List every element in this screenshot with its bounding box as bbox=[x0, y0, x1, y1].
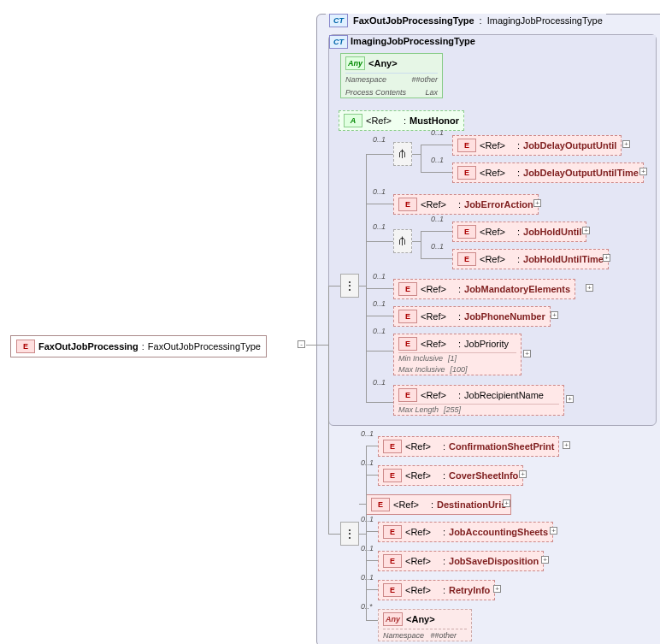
element-icon: E bbox=[371, 498, 390, 511]
ref-label: <Ref> bbox=[405, 556, 431, 566]
min-inclusive-label: Min Inclusive bbox=[398, 354, 443, 363]
elem-jobmandatoryelements[interactable]: E <Ref> : JobMandatoryElements bbox=[393, 279, 575, 299]
expander[interactable]: + bbox=[551, 311, 558, 319]
ct-outer-header: CT FaxOutJobProcessingType : ImagingJobP… bbox=[326, 14, 606, 27]
element-icon: E bbox=[398, 388, 417, 402]
elem-jobphonenumber[interactable]: E <Ref> : JobPhoneNumber bbox=[393, 306, 551, 327]
sequence-icon[interactable]: ⋮ bbox=[340, 274, 359, 298]
expander[interactable]: + bbox=[533, 199, 541, 207]
ref-name: RetryInfo bbox=[449, 585, 490, 595]
root-element[interactable]: E FaxOutJobProcessing : FaxOutJobProcess… bbox=[10, 335, 267, 357]
ref-label: <Ref> bbox=[480, 254, 505, 264]
expander[interactable]: + bbox=[563, 441, 570, 449]
root-expander[interactable]: - bbox=[298, 340, 305, 348]
cardinality: 0..1 bbox=[373, 299, 386, 308]
expander[interactable]: + bbox=[503, 499, 510, 507]
any-label: <Any> bbox=[368, 58, 398, 68]
cardinality: 0..1 bbox=[431, 156, 444, 164]
min-inclusive-value: [1] bbox=[448, 354, 457, 363]
root-type: FaxOutJobProcessingType bbox=[148, 341, 261, 352]
elem-retryinfo[interactable]: E <Ref> : RetryInfo bbox=[378, 580, 495, 600]
cardinality: 0..1 bbox=[361, 429, 374, 438]
element-icon: E bbox=[398, 198, 417, 211]
elem-jobrecipientname[interactable]: E <Ref> : JobRecipientName Max Length [2… bbox=[393, 385, 564, 416]
elem-confirmationsheetprint[interactable]: E <Ref> : ConfirmationSheetPrint bbox=[378, 436, 559, 457]
any-element-bottom[interactable]: Any <Any> Namespace ##other bbox=[378, 609, 472, 641]
expander[interactable]: + bbox=[582, 227, 590, 234]
ref-name: JobHoldUntilTime bbox=[523, 254, 604, 264]
expander[interactable]: + bbox=[586, 284, 593, 292]
expander[interactable]: + bbox=[566, 395, 574, 403]
sequence-icon-lower[interactable]: ⋮ bbox=[340, 522, 359, 546]
cardinality: 0..1 bbox=[431, 242, 444, 251]
cardinality: 0..1 bbox=[361, 544, 374, 552]
element-icon: E bbox=[383, 440, 402, 453]
ref-label: <Ref> bbox=[393, 499, 419, 510]
attr-label: <Ref> bbox=[366, 115, 392, 126]
ref-label: <Ref> bbox=[405, 470, 431, 481]
expander[interactable]: + bbox=[603, 254, 610, 262]
ref-name: JobPhoneNumber bbox=[464, 311, 545, 322]
element-icon: E bbox=[398, 310, 417, 323]
attr-name: MustHonor bbox=[410, 115, 459, 126]
attr-musthonor[interactable]: A <Ref> : MustHonor bbox=[339, 110, 464, 131]
elem-jobpriority[interactable]: E <Ref> : JobPriority Min Inclusive [1] … bbox=[393, 334, 522, 375]
expander[interactable]: + bbox=[493, 585, 501, 593]
process-contents-value: Lax bbox=[425, 88, 438, 97]
elem-jobsavedisposition[interactable]: E <Ref> : JobSaveDisposition bbox=[378, 551, 544, 571]
ref-name: CoverSheetInfo bbox=[449, 470, 518, 481]
choice-icon-1[interactable]: ⫛ bbox=[393, 142, 412, 166]
max-inclusive-value: [100] bbox=[451, 365, 468, 374]
namespace-label: Namespace bbox=[345, 75, 386, 84]
ref-label: <Ref> bbox=[405, 585, 431, 595]
element-icon: E bbox=[383, 554, 402, 568]
cardinality: 0..1 bbox=[373, 187, 386, 196]
any-icon: Any bbox=[383, 612, 403, 626]
ref-name: JobErrorAction bbox=[464, 199, 533, 210]
ct-icon-inner: CT bbox=[329, 35, 348, 49]
ref-label: <Ref> bbox=[480, 227, 505, 237]
expander[interactable]: + bbox=[519, 470, 527, 478]
element-icon: E bbox=[457, 139, 476, 152]
choice-icon-2[interactable]: ⫛ bbox=[393, 229, 412, 253]
expander[interactable]: + bbox=[639, 168, 647, 175]
expander[interactable]: + bbox=[622, 140, 630, 148]
ct-icon: CT bbox=[329, 14, 348, 27]
element-icon: E bbox=[383, 525, 402, 539]
ref-label: <Ref> bbox=[421, 390, 446, 400]
cardinality: 0..1 bbox=[431, 128, 444, 137]
elem-jobdelayoutputuntil[interactable]: E <Ref> : JobDelayOutputUntil bbox=[452, 135, 622, 156]
elem-coversheetinfo[interactable]: E <Ref> : CoverSheetInfo bbox=[378, 465, 523, 486]
max-length-label: Max Length bbox=[398, 405, 439, 414]
elem-joberroraction[interactable]: E <Ref> : JobErrorAction bbox=[393, 194, 539, 215]
any-attribute[interactable]: Any <Any> Namespace ##other Process Cont… bbox=[340, 53, 443, 98]
ref-label: <Ref> bbox=[480, 140, 505, 151]
any-bottom-label: <Any> bbox=[406, 614, 435, 624]
cardinality: 0..1 bbox=[373, 327, 386, 335]
ct1-name: FaxOutJobProcessingType bbox=[353, 15, 474, 26]
max-length-value: [255] bbox=[444, 405, 461, 414]
elem-jobdelayoutputuntiltime[interactable]: E <Ref> : JobDelayOutputUntilTime bbox=[452, 162, 644, 183]
ref-name: JobMandatoryElements bbox=[464, 284, 570, 294]
expander[interactable]: + bbox=[541, 556, 549, 564]
ref-label: <Ref> bbox=[421, 199, 446, 210]
ref-label: <Ref> bbox=[480, 168, 505, 178]
expander[interactable]: + bbox=[523, 350, 531, 357]
ref-label: <Ref> bbox=[421, 284, 446, 294]
any-icon: Any bbox=[345, 56, 365, 70]
elem-jobaccountingsheets[interactable]: E <Ref> : JobAccountingSheets bbox=[378, 522, 553, 542]
ref-name: ConfirmationSheetPrint bbox=[449, 441, 554, 452]
cardinality: 0..1 bbox=[361, 573, 374, 582]
elem-destinationuris[interactable]: E <Ref> : DestinationUris bbox=[366, 494, 511, 515]
namespace-value: ##other bbox=[411, 75, 438, 84]
root-colon: : bbox=[142, 341, 144, 352]
elem-jobholduntiltime[interactable]: E <Ref> : JobHoldUntilTime bbox=[452, 249, 609, 269]
cardinality: 0..1 bbox=[373, 135, 386, 144]
elem-jobholduntil[interactable]: E <Ref> : JobHoldUntil bbox=[452, 222, 586, 242]
ct2-name: ImagingJobProcessingType bbox=[351, 36, 475, 46]
ref-name: JobPriority bbox=[464, 339, 509, 349]
expander[interactable]: + bbox=[550, 527, 557, 535]
element-icon: E bbox=[398, 337, 417, 351]
namespace-value: ##other bbox=[431, 631, 457, 640]
element-icon: E bbox=[16, 340, 35, 353]
